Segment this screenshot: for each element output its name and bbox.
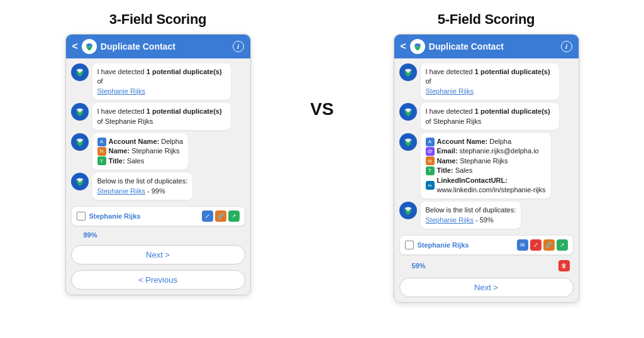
- right-bottom-icons: 🗑: [558, 260, 570, 271]
- left-account-icon: A: [97, 138, 106, 146]
- right-email-action-icon[interactable]: ✉: [517, 239, 528, 251]
- left-bubble-4: Below is the list of duplicates: Stephan…: [92, 173, 193, 200]
- left-next-button[interactable]: Next >: [71, 245, 245, 264]
- left-field-account: A Account Name: Delpha: [97, 137, 184, 146]
- right-field-name: N Name: Stephanie Rijks: [426, 156, 546, 166]
- right-link-1[interactable]: Stephanie Rijks: [426, 87, 474, 95]
- right-field-linkedin: in LinkedInContactURL:www.linkedin.com/i…: [426, 176, 546, 195]
- left-duplicate-checkbox[interactable]: [77, 212, 86, 221]
- right-panel-title: 5-Field Scoring: [438, 11, 535, 28]
- left-bubble-3: A Account Name: Delpha N Name: Stephanie…: [92, 133, 189, 170]
- left-panel: 3-Field Scoring < Duplicate Contact i: [19, 11, 297, 295]
- right-open-icon[interactable]: ↗: [557, 239, 568, 251]
- right-duplicate-item: Stephanie Rijks ✉ ⤢ 🔗 ↗: [399, 235, 574, 255]
- left-dup-link[interactable]: Stephanie Rijks: [97, 187, 145, 195]
- comparison-wrapper: 3-Field Scoring < Duplicate Contact i: [19, 11, 625, 303]
- left-chat-row-1: I have detected 1 potential duplicate(s)…: [71, 63, 245, 100]
- left-merge-icon[interactable]: ⤢: [202, 210, 213, 222]
- left-link-icon[interactable]: 🔗: [215, 210, 226, 222]
- left-chat-row-4: Below is the list of duplicates: Stephan…: [71, 173, 245, 200]
- left-action-icons: ⤢ 🔗 ↗: [202, 210, 240, 222]
- left-phone: < Duplicate Contact i: [65, 34, 251, 295]
- left-field-name: N Name: Stephanie Rijks: [97, 146, 184, 156]
- right-linkedin-icon: in: [426, 181, 435, 190]
- right-phone-body: I have detected 1 potential duplicate(s)…: [394, 58, 579, 302]
- left-bubble-2: I have detected 1 potential duplicate(s)…: [92, 103, 231, 130]
- right-bubble-1: I have detected 1 potential duplicate(s)…: [421, 63, 559, 100]
- right-info-icon[interactable]: i: [561, 41, 572, 52]
- left-header-title: Duplicate Contact: [101, 41, 229, 52]
- right-chat-row-4: Below is the list of duplicates: Stephan…: [399, 202, 574, 229]
- left-avatar-4: [71, 173, 89, 190]
- left-phone-body: I have detected 1 potential duplicate(s)…: [66, 58, 250, 295]
- left-open-icon[interactable]: ↗: [228, 210, 240, 222]
- right-account-icon: A: [426, 138, 435, 146]
- right-email-icon: @: [426, 147, 435, 156]
- left-avatar-3: [71, 133, 89, 151]
- right-header-logo: [410, 39, 425, 54]
- left-info-icon[interactable]: i: [233, 41, 244, 52]
- left-chat-row-2: I have detected 1 potential duplicate(s)…: [71, 103, 245, 130]
- vs-divider: VS: [297, 11, 347, 119]
- right-merge-icon[interactable]: ⤢: [530, 239, 541, 251]
- right-avatar-1: [399, 63, 417, 81]
- right-next-button[interactable]: Next >: [399, 278, 574, 297]
- left-chat-row-3: A Account Name: Delpha N Name: Stephanie…: [71, 133, 245, 170]
- right-header-title: Duplicate Contact: [429, 41, 557, 52]
- right-field-title: T Title: Sales: [426, 166, 546, 175]
- left-title-icon: T: [97, 156, 106, 165]
- left-prev-button[interactable]: < Previous: [71, 270, 245, 290]
- right-panel: 5-Field Scoring < Duplicate Contact i: [347, 11, 625, 303]
- right-avatar-3: [399, 133, 417, 151]
- right-bubble-4: Below is the list of duplicates: Stephan…: [421, 202, 521, 229]
- right-confidence-row: 59% 🗑: [399, 260, 574, 271]
- right-bubble-2: I have detected 1 potential duplicate(s)…: [421, 103, 559, 130]
- right-name-icon: N: [426, 156, 435, 165]
- right-action-icons: ✉ ⤢ 🔗 ↗: [517, 239, 568, 251]
- left-phone-header: < Duplicate Contact i: [66, 35, 250, 58]
- right-duplicate-checkbox[interactable]: [405, 241, 414, 249]
- left-bubble-1: I have detected 1 potential duplicate(s)…: [92, 63, 231, 100]
- left-avatar-2: [71, 103, 89, 121]
- right-avatar-2: [399, 103, 417, 121]
- right-duplicate-name[interactable]: Stephanie Rijks: [418, 241, 513, 249]
- right-chat-row-3: A Account Name: Delpha @ Email: stephani…: [399, 133, 574, 199]
- left-field-title: T Title: Sales: [97, 156, 184, 166]
- right-avatar-4: [399, 202, 417, 219]
- left-avatar-1: [71, 63, 89, 81]
- left-back-button[interactable]: <: [72, 41, 78, 52]
- left-confidence-row: 99%: [71, 231, 245, 239]
- left-duplicate-name[interactable]: Stephanie Rijks: [89, 212, 198, 220]
- left-panel-title: 3-Field Scoring: [109, 11, 206, 28]
- right-field-account: A Account Name: Delpha: [426, 137, 546, 146]
- right-confidence-pct: 59%: [412, 262, 426, 270]
- right-bubble-3: A Account Name: Delpha @ Email: stephani…: [421, 133, 551, 199]
- right-title-icon: T: [426, 166, 435, 175]
- right-phone: < Duplicate Contact i: [394, 34, 579, 303]
- right-field-email: @ Email: stephanie.rijks@delpha.io: [426, 146, 546, 156]
- right-chat-row-1: I have detected 1 potential duplicate(s)…: [399, 63, 574, 100]
- right-dup-link[interactable]: Stephanie Rijks: [426, 216, 474, 224]
- right-delete-icon[interactable]: 🗑: [558, 260, 570, 271]
- right-chat-row-2: I have detected 1 potential duplicate(s)…: [399, 103, 574, 130]
- left-link-1[interactable]: Stephanie Rijks: [97, 87, 145, 95]
- right-back-button[interactable]: <: [401, 41, 406, 52]
- left-duplicate-item: Stephanie Rijks ⤢ 🔗 ↗: [71, 206, 245, 226]
- left-header-logo: [82, 39, 97, 54]
- right-link-icon[interactable]: 🔗: [543, 239, 555, 251]
- left-name-icon: N: [97, 147, 106, 156]
- right-phone-header: < Duplicate Contact i: [394, 35, 579, 58]
- left-confidence-pct: 99%: [84, 231, 97, 239]
